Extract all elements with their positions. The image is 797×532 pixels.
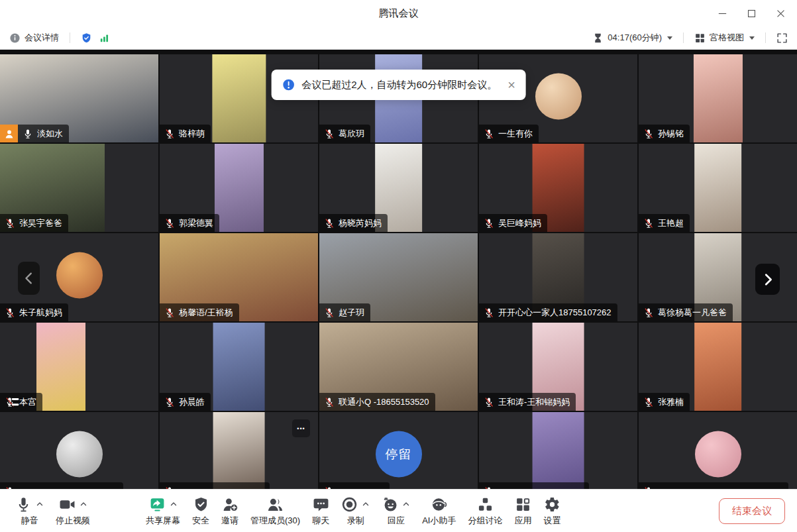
participant-name-tag: 淡如水 [0,125,69,142]
participant-tile[interactable]: 孙晨皓 [160,323,318,411]
maximize-icon [746,8,757,19]
chevron-down-icon [667,36,672,40]
participant-tile[interactable]: 赵子玥 [319,233,478,321]
toolbar-button-members[interactable]: 管理成员(30) [244,495,306,527]
participant-name: 一生有你 [498,128,533,140]
toolbar-button-record[interactable]: 录制 [335,495,376,527]
participant-tile[interactable]: 吴巨峰妈妈 [479,144,637,232]
participant-tile[interactable] [479,412,637,489]
toolbar-button-share-screen[interactable]: 共享屏幕 [140,495,186,527]
participant-tile[interactable] [0,412,158,489]
mic-muted-icon [484,129,494,139]
meeting-bottombar: 静音停止视频共享屏幕安全邀请管理成员(30)聊天录制回应AI小助手分组讨论应用设… [0,489,797,532]
participant-name-tag: 一生有你 [479,125,539,142]
participant-tile[interactable]: ••• [160,412,318,489]
participant-tile[interactable]: 张昊宇爸爸 [0,144,158,232]
avatar [56,252,103,298]
settings-icon [544,496,560,513]
participant-video [694,144,742,232]
divider [70,32,70,43]
toolbar-button-ai[interactable]: AI小助手 [416,495,462,527]
mic-muted-icon [484,218,494,229]
tile-more-button[interactable]: ••• [292,419,310,437]
notification-close-button[interactable]: × [507,78,515,91]
participant-tile[interactable]: 本宫 [0,323,158,411]
next-page-button[interactable] [755,264,780,295]
participant-tile[interactable]: 杨晓芮妈妈 [319,144,478,232]
security-shield-icon[interactable] [81,32,92,44]
meeting-timer-dropdown[interactable]: 04:17(60分钟) [592,32,672,44]
mic-muted-icon [324,129,335,139]
toolbar-button-breakout[interactable]: 分组讨论 [462,495,508,527]
toolbar-button-invite[interactable]: 邀请 [215,495,244,527]
network-signal-icon[interactable] [99,32,110,44]
host-badge-icon [0,125,18,142]
participant-name: 联通小Q -18655153520 [339,396,429,408]
fullscreen-button[interactable] [776,32,788,44]
avatar [56,431,103,477]
participant-name-tag [319,482,390,489]
toolbar-button-label: 回应 [388,515,405,527]
participant-tile[interactable]: 王和涛-王和锦妈妈 [479,323,637,411]
participant-tile[interactable]: 开开心心一家人18755107262 [479,233,637,321]
participant-name: 王和涛-王和锦妈妈 [498,396,570,408]
toolbar-button-apps[interactable]: 应用 [508,495,537,527]
avatar [695,431,741,477]
participant-tile[interactable]: 郭梁德翼 [160,144,318,232]
participant-name: 赵子玥 [339,307,364,319]
participant-tile[interactable]: 联通小Q -18655153520 [319,323,478,411]
participant-tile[interactable]: 王艳超 [639,144,797,232]
minimize-button[interactable] [712,3,732,23]
chevron-up-icon[interactable] [170,500,178,508]
chevron-up-icon[interactable] [362,500,370,508]
chevron-up-icon[interactable] [402,500,410,508]
members-icon [267,496,284,513]
participant-name-tag: 骆梓萌 [160,125,211,142]
maximize-button[interactable] [741,3,761,23]
participant-name: 郭梁德翼 [179,217,213,229]
toolbar-button-label: 静音 [21,515,38,527]
chevron-up-icon[interactable] [80,500,87,508]
toolbar-button-chat[interactable]: 聊天 [306,495,335,527]
toolbar-button-reaction[interactable]: 回应 [376,495,416,527]
mic-muted-icon [324,307,335,318]
participant-name: 杨馨语/王裕杨 [179,307,233,319]
end-meeting-button[interactable]: 结束会议 [719,498,785,524]
mic-muted-icon [164,307,175,318]
meeting-topbar: 会议详情 04:17(60分钟) 宫格视图 [0,27,797,50]
participant-tile[interactable] [639,412,797,489]
toolbar-button-camera[interactable]: 停止视频 [50,495,96,527]
mic-muted-icon [324,218,335,229]
participant-tile[interactable]: 淡如水 [0,54,158,142]
toolbar-button-label: 设置 [543,515,560,527]
apps-icon [515,496,531,513]
participant-name: 孙锡铭 [658,128,684,140]
participant-video [693,54,742,142]
toolbar-button-settings[interactable]: 设置 [537,495,566,527]
hourglass-icon [592,32,604,44]
view-mode-label: 宫格视图 [710,32,744,44]
participant-name: 杨晓芮妈妈 [339,217,382,229]
view-mode-dropdown[interactable]: 宫格视图 [694,32,755,44]
share-screen-icon [149,496,166,513]
meeting-details-button[interactable]: 会议详情 [9,32,59,44]
participant-name: 张昊宇爸爸 [19,217,62,229]
close-button[interactable] [770,3,790,23]
prev-page-button[interactable] [18,262,40,295]
participant-name-tag [639,482,788,489]
toolbar-button-shield[interactable]: 安全 [186,495,215,527]
meeting-timer: 04:17(60分钟) [608,32,662,44]
participant-tile[interactable]: 孙锡铭 [639,54,797,142]
toolbar-button-label: 邀请 [221,515,239,527]
toolbar-button-label: 聊天 [312,515,329,527]
chevron-up-icon[interactable] [36,500,44,508]
notification-banner: 会议已超过2人，自动转为60分钟限时会议。 × [271,70,526,100]
participant-name: 王艳超 [658,217,684,229]
participant-tile[interactable]: 杨馨语/王裕杨 [160,233,318,321]
alert-icon [282,78,295,91]
mic-muted-icon [164,218,175,229]
participant-tile[interactable]: 张雅楠 [639,323,797,411]
shield-icon [193,496,209,513]
participant-tile[interactable]: 停留 [319,412,478,489]
toolbar-button-mic[interactable]: 静音 [9,495,50,527]
